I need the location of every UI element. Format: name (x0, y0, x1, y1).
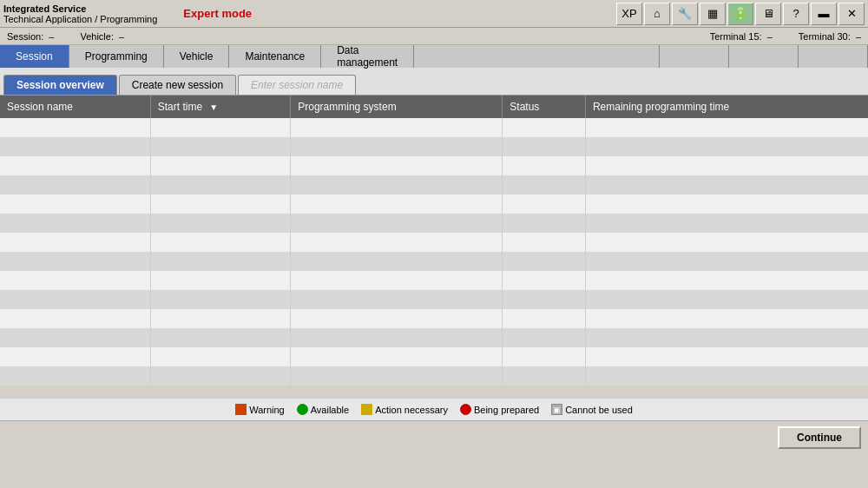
table-row[interactable] (0, 175, 868, 195)
col-start-time[interactable]: Start time ▼ (150, 96, 291, 118)
table-row[interactable] (0, 366, 868, 386)
legend-warning-label: Warning (249, 405, 285, 415)
app-title: Integrated Service (3, 3, 157, 14)
nav-tab-empty2 (660, 45, 729, 68)
session-table: Session name Start time ▼ Programming sy… (0, 96, 868, 386)
table-row[interactable] (0, 118, 868, 137)
table-row[interactable] (0, 309, 868, 328)
table-body (0, 118, 868, 386)
warning-icon (235, 404, 247, 415)
nav-tab-vehicle[interactable]: Vehicle (164, 45, 230, 68)
nav-tab-programming[interactable]: Programming (69, 45, 164, 68)
terminal15-status: Terminal 15: – (710, 31, 773, 42)
action-necessary-icon (361, 404, 372, 415)
continue-button[interactable]: Continue (778, 426, 861, 449)
app-subtitle: Technical Application / Programming (3, 14, 157, 24)
sort-arrow-start-time: ▼ (209, 102, 218, 112)
app-title-block: Integrated Service Technical Application… (3, 3, 157, 24)
table-row[interactable] (0, 214, 868, 233)
terminal30-status: Terminal 30: – (799, 31, 861, 42)
legend-cannot-be-used-label: Cannot be used (565, 405, 633, 415)
legend-being-prepared-label: Being prepared (474, 405, 539, 415)
nav-tab-empty4 (799, 45, 868, 68)
nav-tab-empty3 (729, 45, 799, 68)
home-button[interactable]: ⌂ (644, 3, 670, 25)
table-row[interactable] (0, 347, 868, 366)
table-container: Session name Start time ▼ Programming sy… (0, 96, 868, 398)
legend-cannot-be-used: ▣ Cannot be used (551, 404, 633, 415)
footer: Continue (0, 420, 868, 454)
legend-available-label: Available (311, 405, 349, 415)
vehicle-status: Vehicle: – (80, 31, 124, 42)
sub-tab-session-overview[interactable]: Session overview (3, 75, 117, 95)
legend-warning: Warning (235, 404, 285, 415)
nav-tabs: Session Programming Vehicle Maintenance … (0, 45, 868, 68)
nav-tab-session[interactable]: Session (0, 45, 69, 68)
table-row[interactable] (0, 156, 868, 175)
legend-action-necessary: Action necessary (361, 404, 448, 415)
cannot-be-used-icon: ▣ (551, 404, 562, 415)
legend-being-prepared: Being prepared (460, 404, 539, 415)
col-programming-system: Programming system (291, 96, 503, 118)
table-row[interactable] (0, 328, 868, 347)
sub-tab-enter-session-name[interactable]: Enter session name (238, 75, 356, 95)
toolbar: XP ⌂ 🔧 ▦ 🔋 🖥 ? ▬ ✕ (616, 3, 865, 25)
main-content: Session name Start time ▼ Programming sy… (0, 96, 868, 420)
xp-button[interactable]: XP (616, 3, 642, 25)
legend: Warning Available Action necessary Being… (0, 398, 868, 420)
nav-tab-maintenance[interactable]: Maintenance (229, 45, 321, 68)
col-status: Status (503, 96, 586, 118)
close-button[interactable]: ✕ (838, 3, 865, 25)
sub-tab-create-new-session[interactable]: Create new session (119, 75, 236, 95)
help-button[interactable]: ? (783, 3, 809, 25)
available-icon (297, 404, 308, 415)
screen-button[interactable]: 🖥 (755, 3, 781, 25)
battery-button[interactable]: 🔋 (727, 3, 753, 25)
table-row[interactable] (0, 137, 868, 156)
title-bar: Integrated Service Technical Application… (0, 0, 868, 28)
col-session-name: Session name (0, 96, 150, 118)
tools-button[interactable]: 🔧 (672, 3, 698, 25)
table-row[interactable] (0, 290, 868, 309)
expert-mode-label: Expert mode (183, 7, 252, 20)
session-status: Session: – (7, 31, 54, 42)
col-remaining-time: Remaining programming time (585, 96, 868, 118)
table-row[interactable] (0, 233, 868, 252)
table-row[interactable] (0, 195, 868, 214)
status-bar: Session: – Vehicle: – Terminal 15: – Ter… (0, 28, 868, 45)
being-prepared-icon (460, 404, 471, 415)
nav-tab-data-management[interactable]: Datamanagement (321, 45, 414, 68)
minimize-button[interactable]: ▬ (811, 3, 837, 25)
legend-action-necessary-label: Action necessary (375, 405, 448, 415)
nav-tab-empty1 (414, 45, 660, 68)
legend-available: Available (297, 404, 349, 415)
table-row[interactable] (0, 271, 868, 290)
display-button[interactable]: ▦ (700, 3, 726, 25)
table-row[interactable] (0, 252, 868, 271)
sub-tabs: Session overview Create new session Ente… (0, 68, 868, 96)
